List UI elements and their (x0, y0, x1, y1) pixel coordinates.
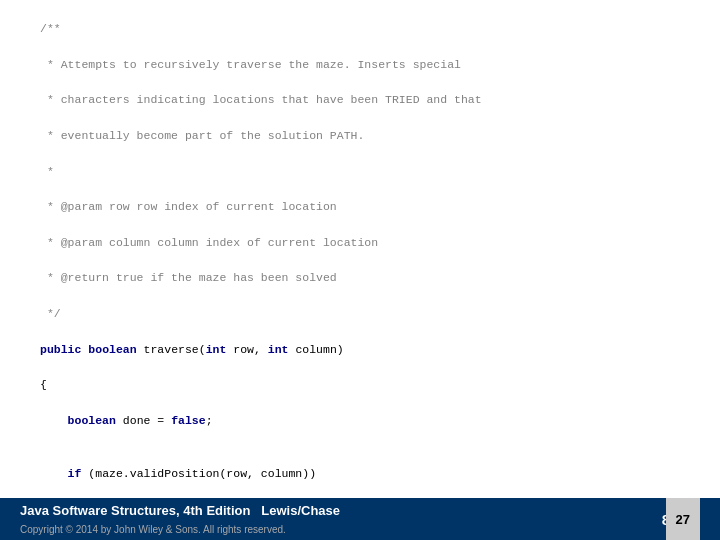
footer: Java Software Structures, 4th Edition Le… (0, 498, 720, 540)
footer-title: Java Software Structures, 4th Edition Le… (20, 503, 340, 518)
code-line-7: * @param column column index of current … (40, 234, 680, 252)
code-line-14: if (maze.validPosition(row, column)) (40, 465, 680, 483)
slide-container: /** * Attempts to recursively traverse t… (0, 0, 720, 540)
code-line-4: * eventually become part of the solution… (40, 127, 680, 145)
code-line-8: * @return true if the maze has been solv… (40, 269, 680, 287)
footer-title-text: Java Software Structures, 4th Edition (20, 503, 250, 518)
code-line-9: */ (40, 305, 680, 323)
code-line-1: /** (40, 20, 680, 38)
footer-title-area: Java Software Structures, 4th Edition Le… (20, 501, 340, 537)
slide-number: 27 (666, 498, 700, 540)
code-line-3: * characters indicating locations that h… (40, 91, 680, 109)
code-block: /** * Attempts to recursively traverse t… (40, 20, 680, 498)
code-line-6: * @param row row index of current locati… (40, 198, 680, 216)
code-line-2: * Attempts to recursively traverse the m… (40, 56, 680, 74)
footer-copyright: Copyright © 2014 by John Wiley & Sons. A… (20, 524, 286, 535)
code-line-12: boolean done = false; (40, 412, 680, 430)
code-line-5: * (40, 163, 680, 181)
code-line-10: public boolean traverse(int row, int col… (40, 341, 680, 359)
footer-subtitle-text: Lewis/Chase (261, 503, 340, 518)
code-line-11: { (40, 376, 680, 394)
code-area: /** * Attempts to recursively traverse t… (0, 0, 720, 498)
